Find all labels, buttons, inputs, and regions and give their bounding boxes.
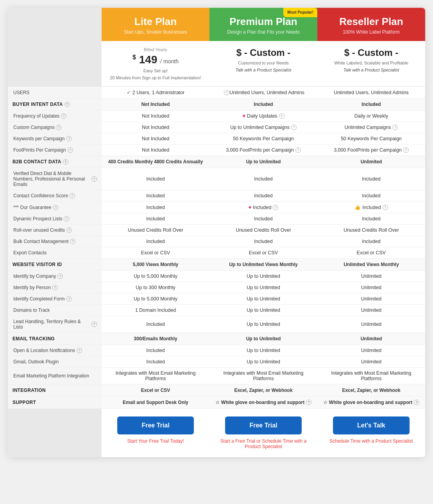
data-cell: 5,000 Views Monthly [102,259,209,271]
question-icon: ? [66,227,72,233]
data-cell: Included [102,316,209,333]
question-icon: ? [306,400,311,405]
data-cell: Up to Unlimited [209,282,317,293]
data-cell: Up to Unlimited [209,356,317,368]
question-icon: ? [56,125,61,130]
data-cell: Up to Unlimited [209,271,317,282]
data-cell: Unlimited Campaigns? [317,122,425,133]
feature-label: Export Contacts [8,247,102,259]
price-dollar-reseller: $ [344,47,352,58]
data-cell: Included [209,236,317,247]
question-icon: ? [295,147,301,153]
cta-col-premium: Free Trial Start a Free Trial or Schedul… [209,409,317,457]
data-cell: Not Included [102,145,209,156]
price-custom-reseller: $ - Custom - [322,47,420,58]
data-cell: Included [102,190,209,202]
data-cell: Included [102,213,209,225]
free-trial-button-premium[interactable]: Free Trial [225,416,301,434]
feature-label: Identify by Person ? [8,282,102,293]
data-cell: ♥Included? [209,202,317,213]
data-cell: Up to Unlimited [209,333,317,345]
question-icon: ? [53,205,58,210]
data-cell: Included [102,202,209,213]
data-cell: Included [317,213,425,225]
data-cell: Unused Credits Roll Over [209,225,317,236]
question-icon: ? [64,102,70,107]
feature-label: Lead Handling, Territory Rules & Lists ? [8,316,102,333]
cta-link-reseller: Schedule Time with a Product Specialist [329,438,413,444]
price-feature-col [8,41,102,87]
question-icon: ? [77,348,82,353]
data-cell: Integrates with Most Email Marketing Pla… [209,368,317,384]
question-icon: ? [224,90,229,95]
plan-header-lite: Lite Plan Start Ups, Smaller Businesses [102,8,209,41]
section-header: WEBSITE VISITOR ID [8,259,102,271]
question-icon: ? [70,239,75,244]
data-cell: ☆White glove on-boarding and support? [317,397,425,409]
star-icon: ☆ [323,400,327,405]
section-header: SUPPORT [8,397,102,409]
data-cell: Up to Unlimited [209,156,317,168]
thumb-icon: 👍 [354,204,361,210]
section-header: EMAIL TRACKING [8,333,102,345]
price-desc1-reseller: White Labeled, Scalable and Profitable [322,61,420,65]
star-icon: ☆ [215,400,220,405]
feature-label: Open & Location Notifications ? [8,345,102,356]
question-icon: ? [291,125,297,130]
plan-header-premium: Most Popular! Premium Plan Design a Plan… [209,8,317,41]
data-cell: Excel or CSV [102,384,209,397]
data-cell: 1 Domain Included [102,305,209,316]
data-cell: Not Included [102,122,209,133]
question-icon: ? [57,273,63,279]
cta-feature-col [8,409,102,457]
question-icon: ? [91,176,97,182]
cta-col-reseller: Let's Talk Schedule Time with a Product … [317,409,425,457]
question-icon: ? [279,113,284,119]
feature-label: Frequency of Updates ? [8,111,102,122]
lets-talk-button-reseller[interactable]: Let's Talk [333,416,409,434]
data-cell: Up to Unlimited Campaigns? [209,122,317,133]
question-icon: ? [70,193,75,198]
data-cell: Included [102,168,209,190]
data-cell: Included [209,168,317,190]
header-feature-col [8,8,102,41]
data-cell: Not Included [102,98,209,111]
question-icon: ? [403,147,409,153]
data-cell: Unlimited [317,156,425,168]
feature-label: Keywords per Campaign ? [8,133,102,145]
price-period-lite: / month [160,58,179,64]
data-cell: 400 Credits Monthly 4800 Credits Annuall… [102,156,209,168]
data-cell: Unlimited Views Monthly [317,259,425,271]
feature-label: Roll-over unused Credits ? [8,225,102,236]
cta-col-lite: Free Trial Start Your Free Trial Today! [102,409,209,457]
data-cell: Unused Credits Roll Over [102,225,209,236]
plan-subtitle-premium: Design a Plan that Fits your Needs [216,29,311,35]
question-icon: ? [383,205,388,210]
feature-label: USERS [8,87,102,98]
question-icon: ? [63,159,68,164]
plan-title-premium: Premium Plan [216,16,311,28]
feature-label: Dynamic Prospect Lists ? [8,213,102,225]
data-cell: 3,000 FootPrints per Campaign? [317,145,425,156]
data-cell: Email and Support Desk Only [102,397,209,409]
data-cell: Unlimited [317,271,425,282]
data-cell: Included [209,98,317,111]
most-popular-badge: Most Popular! [283,8,317,17]
plan-subtitle-lite: Start Ups, Smaller Businesses [108,29,203,35]
feature-label: Email Marketing Platform Integration [8,368,102,384]
data-cell: 50 Keywords Per Campaign [317,133,425,145]
data-cell: Unlimited [317,333,425,345]
data-cell: Integrates with Most Email Marketing Pla… [102,368,209,384]
free-trial-button-lite[interactable]: Free Trial [117,416,193,434]
heart-icon: ♥ [242,113,245,119]
data-cell: Daily or Weekly [317,111,425,122]
feature-label: FootPrints Per Campaign ? [8,145,102,156]
data-cell: ?Unlimited Users, Unlimited Admins [209,87,317,98]
data-cell: Unlimited [317,282,425,293]
data-cell: Included [317,190,425,202]
data-cell: Unlimited [317,305,425,316]
price-desc2-lite: 20 Minutes from Sign up to Full Implemen… [106,75,205,80]
price-desc1-lite: Easy Set up! [106,68,205,73]
question-icon: ? [52,285,58,290]
pricing-table: Lite Plan Start Ups, Smaller Businesses … [8,8,425,457]
